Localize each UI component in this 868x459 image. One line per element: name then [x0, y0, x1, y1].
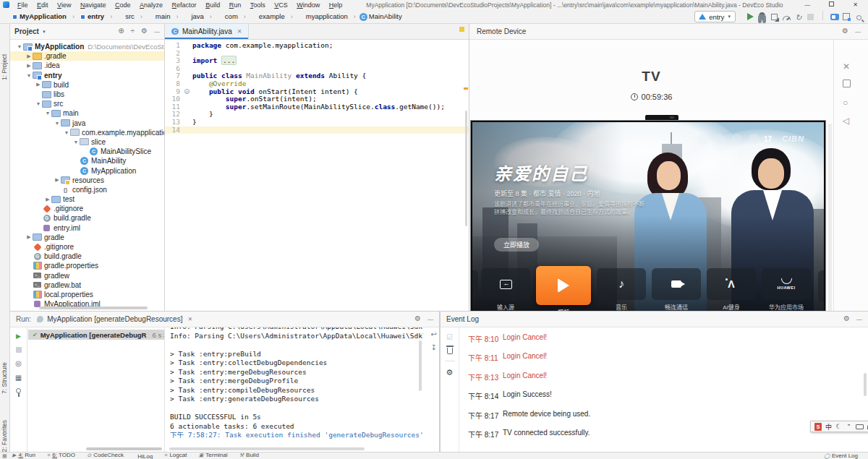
breadcrumb-item[interactable]: example — [250, 12, 297, 20]
code-line[interactable]: 12 } — [165, 111, 469, 119]
tree-chevron-icon[interactable]: ▼ — [72, 140, 80, 145]
tree-row[interactable]: ▶ .idea — [10, 61, 164, 70]
toolbar-action-icon[interactable] — [781, 13, 791, 23]
ime-mode-button[interactable]: ” — [846, 423, 852, 431]
panel-header-icon[interactable] — [414, 315, 421, 323]
minimize-icon[interactable]: — — [804, 1, 810, 8]
tree-row[interactable]: local.properties — [10, 290, 164, 299]
menu-item[interactable]: Run — [226, 1, 245, 9]
device-back-icon[interactable] — [843, 116, 849, 126]
error-stripe-mark[interactable] — [464, 87, 468, 90]
menu-item[interactable]: Analyze — [136, 1, 166, 9]
tree-row[interactable]: ▶ test — [10, 194, 164, 204]
override-method-icon[interactable]: ↑ — [184, 89, 190, 94]
panel-header-icon[interactable] — [843, 315, 850, 323]
panel-header-icon[interactable] — [842, 27, 848, 35]
menu-item[interactable]: File — [14, 1, 32, 9]
tv-search-icon[interactable] — [698, 134, 709, 145]
tree-chevron-icon[interactable]: ▼ — [63, 130, 70, 135]
tree-chevron-icon[interactable]: ▼ — [44, 111, 51, 116]
status-bar-tool-button[interactable]: CodeCheck — [87, 452, 124, 458]
inspection-status-indicator[interactable] — [459, 27, 464, 32]
panel-header-icon[interactable] — [154, 27, 160, 35]
panel-header-icon[interactable] — [855, 27, 861, 35]
build-console[interactable]: Info: Parsing C:\Users\Administrator\App… — [165, 327, 423, 452]
breadcrumb-item[interactable]: myapplication — [297, 12, 359, 20]
run-tool-icon[interactable] — [16, 332, 21, 340]
tv-app[interactable]: 畅连通话 — [652, 268, 701, 311]
tree-row[interactable]: ▼ java — [10, 119, 164, 128]
toolbar-action-icon[interactable] — [805, 12, 815, 22]
stripe-favorites-button[interactable]: 2: Favorites — [1, 420, 8, 452]
tv-app[interactable]: 输入源 — [481, 268, 530, 311]
tree-row[interactable]: MainAbility — [10, 156, 164, 166]
tree-row[interactable]: ▼ main — [10, 108, 164, 118]
code-line[interactable]: 13} — [165, 119, 469, 126]
tree-row[interactable]: ▼ entry — [10, 71, 164, 80]
menu-item[interactable]: Build — [202, 1, 224, 9]
maximize-icon[interactable] — [829, 1, 834, 7]
horizontal-scrollbar[interactable] — [39, 306, 148, 309]
run-tool-icon[interactable] — [15, 359, 22, 367]
device-close-icon[interactable] — [843, 61, 850, 72]
event-log-entry[interactable]: 下午 8:10 Login Cancel! — [468, 333, 861, 352]
status-bar-tool-button[interactable]: Logcat — [164, 452, 187, 458]
panel-header-icon[interactable] — [856, 315, 862, 323]
menu-item[interactable]: Code — [111, 1, 135, 9]
panel-header-icon[interactable] — [131, 27, 135, 35]
event-log-tool-icon[interactable] — [446, 368, 454, 377]
tree-row[interactable]: ▼ slice — [10, 137, 164, 147]
tv-app[interactable]: AI健身 — [707, 268, 756, 311]
menu-item[interactable]: Tools — [247, 1, 269, 9]
tree-chevron-icon[interactable]: ▶ — [25, 63, 33, 69]
tree-row[interactable]: ▶ .gradle — [10, 51, 164, 61]
event-log-tool-icon[interactable] — [445, 361, 455, 361]
tv-app-tile[interactable] — [536, 266, 591, 305]
tv-app-tile[interactable] — [707, 268, 756, 300]
ime-mode-button[interactable] — [856, 424, 864, 429]
breadcrumb-item[interactable]: com — [216, 12, 250, 20]
tree-chevron-icon[interactable]: ▼ — [25, 73, 33, 78]
tree-row[interactable]: ▼ MyApplication D:\Documents\DevEcoStudi… — [10, 42, 164, 51]
toolbar-action-icon[interactable] — [854, 12, 864, 22]
tree-row[interactable]: config.json — [10, 185, 164, 194]
menu-item[interactable]: VCS — [271, 1, 292, 9]
menu-item[interactable]: View — [54, 1, 75, 9]
run-tool-icon[interactable] — [16, 347, 22, 353]
tree-row[interactable]: gradle.properties — [10, 261, 164, 270]
tree-chevron-icon[interactable]: ▶ — [54, 177, 61, 183]
target-device-selector[interactable]: entry ▼ — [694, 11, 736, 22]
tree-row[interactable]: gradlew — [10, 271, 164, 280]
tree-chevron-icon[interactable]: ▶ — [44, 197, 51, 202]
tree-row[interactable]: ▶ gradle — [10, 233, 164, 242]
vertical-scrollbar[interactable] — [828, 124, 832, 316]
breadcrumb-item[interactable]: main — [146, 12, 182, 20]
breadcrumb-item[interactable]: src — [116, 12, 146, 20]
tv-app-tile[interactable] — [597, 268, 646, 300]
vertical-scrollbar[interactable] — [864, 373, 867, 396]
toolbar-action-icon[interactable] — [745, 12, 755, 22]
tv-app-tile[interactable] — [652, 268, 701, 300]
breadcrumb-item[interactable]: java — [182, 12, 215, 20]
event-log-entry[interactable]: 下午 8:17 Remote device being used. — [468, 410, 861, 429]
ime-mode-button[interactable]: 中 — [825, 423, 832, 431]
tree-chevron-icon[interactable]: ▼ — [16, 44, 23, 49]
tree-chevron-icon[interactable]: ▼ — [54, 121, 61, 126]
close-icon[interactable]: ✕ — [853, 1, 858, 8]
code-area[interactable]: 1package com.example.myapplication;23imp… — [165, 40, 469, 134]
tree-row[interactable]: ▶ build — [10, 80, 164, 90]
breadcrumb-item[interactable]: entry — [78, 12, 116, 20]
ime-mode-button[interactable]: S — [814, 423, 822, 431]
code-line[interactable]: 3import ... — [165, 57, 469, 65]
tv-app[interactable]: 华为应用市场 — [762, 268, 811, 311]
stripe-structure-button[interactable]: 7: Structure — [1, 362, 8, 394]
tv-message-icon[interactable] — [714, 134, 725, 145]
event-log-entry[interactable]: 下午 8:14 Login Success! — [468, 390, 861, 409]
tv-app[interactable]: 音乐 — [597, 268, 646, 311]
tree-chevron-icon[interactable]: ▶ — [25, 234, 33, 240]
tv-app-tile[interactable] — [762, 268, 811, 300]
tree-row[interactable]: ▼ src — [10, 99, 164, 108]
tree-row[interactable]: entry.iml — [10, 223, 164, 233]
tool-window-switcher-icon[interactable]: ▦ — [2, 453, 8, 459]
menu-item[interactable]: Edit — [33, 1, 52, 9]
